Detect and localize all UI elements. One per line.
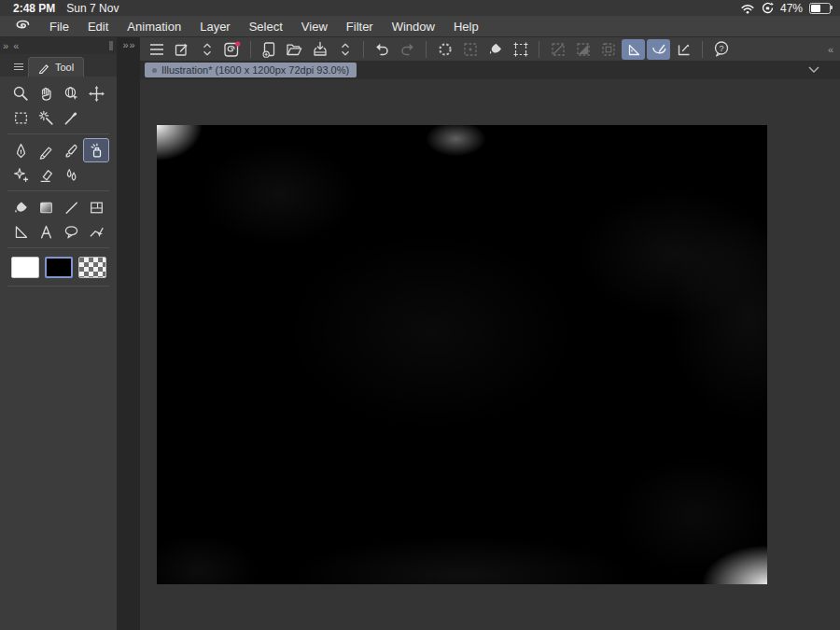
tool-auto-select[interactable] [34,106,58,129]
open-folder-icon [285,40,304,59]
tool-selection[interactable] [8,106,33,129]
help-button[interactable]: ? [709,39,733,60]
date: Sun 7 Nov [66,2,119,15]
status-bar: 2:48 PM Sun 7 Nov 47% [0,0,840,16]
tool-decoration[interactable] [8,163,33,186]
panel-grip[interactable] [109,41,113,50]
tool-airbrush[interactable] [84,139,108,161]
clip-studio-app-button[interactable] [220,39,244,60]
brush-icon [63,142,80,160]
canvas-frame-button[interactable] [509,39,532,60]
tool-figure[interactable] [59,196,83,218]
selection-mask-icon [574,40,593,59]
expand-panel-icon[interactable]: » [0,40,10,51]
menu-file[interactable]: File [40,20,78,34]
tool-zoom[interactable] [8,82,33,105]
tool-correct-line[interactable] [84,220,108,243]
menu-select[interactable]: Select [240,20,292,34]
pen-icon [12,142,30,160]
main-color-swatch[interactable] [11,257,39,278]
expand-dock-icon-2[interactable]: » [130,39,134,50]
selection-mask-button[interactable] [571,39,595,60]
palette-menu-icon[interactable] [13,63,24,71]
tool-fill[interactable] [8,196,33,218]
palette-divider [7,286,109,287]
select-from-layer-button[interactable] [546,39,569,60]
processing-button[interactable] [433,39,456,60]
undo-icon [372,40,392,58]
collapse-toolbar-icon[interactable]: « [828,44,836,55]
select-from-layer-icon [549,40,567,59]
tool-ruler[interactable] [8,220,33,243]
tool-pencil[interactable] [34,139,58,161]
tool-gradient[interactable] [34,196,58,218]
tool-move-canvas[interactable] [34,82,58,105]
save-icon [311,40,329,59]
collapse-group-button[interactable] [195,39,218,60]
tool-brush[interactable] [59,139,83,161]
quick-access-icon [173,40,191,59]
color-swatches [0,251,117,283]
tool-palette-body [0,77,117,287]
toolbar-divider [702,41,703,58]
fill-bucket-icon [486,40,505,59]
decoration-icon [12,166,30,184]
tool-move-layer[interactable] [84,82,108,105]
snap-to-ruler-button[interactable] [622,39,645,60]
menu-filter[interactable]: Filter [337,20,383,34]
tool-palette-tab[interactable]: Tool [28,57,84,77]
zoom-icon [12,85,30,103]
frame-border-icon [599,40,618,59]
palette-divider [7,190,109,191]
workspace: ? « Illustration* (1600 x 1200px 72dpi 9… [140,37,840,630]
transparent-color-swatch[interactable] [78,257,106,278]
menu-edit[interactable]: Edit [78,20,118,34]
quick-access-button[interactable] [170,39,193,60]
clock: 2:48 PM [13,2,55,15]
sub-color-swatch[interactable] [45,257,73,278]
expand-dock-icon[interactable]: » [122,39,127,50]
blend-icon [63,166,80,184]
svg-text:?: ? [719,44,723,53]
snap-to-grid-button[interactable] [672,39,695,60]
tool-rotate-canvas[interactable] [59,82,83,105]
toolbar-divider [250,41,251,58]
pencil-tool-icon [37,142,55,160]
frame-border-button[interactable] [596,39,620,60]
fill-bucket-icon [12,199,30,217]
fill-button[interactable] [483,39,507,60]
tab-list-chevron-icon[interactable] [808,66,819,73]
menu-layer[interactable]: Layer [190,20,240,34]
tool-balloon[interactable] [59,220,83,243]
open-file-button[interactable] [283,39,306,60]
main-menu-button[interactable] [145,39,168,60]
palette-strip-header: » « [0,37,117,54]
clip-studio-logo-icon[interactable] [15,20,31,34]
tool-eyedropper[interactable] [59,106,83,129]
deselect-button[interactable] [458,39,482,60]
rotate-icon [63,85,80,103]
document-tab[interactable]: Illustration* (1600 x 1200px 72dpi 93.0%… [145,63,357,77]
canvas-document[interactable] [157,125,767,584]
tool-blend[interactable] [59,163,83,186]
menu-window[interactable]: Window [383,20,444,34]
snap-to-special-ruler-button[interactable] [647,39,670,60]
undo-button[interactable] [371,39,394,60]
menu-animation[interactable]: Animation [118,20,190,34]
modified-dot-icon [152,68,157,73]
frame-panels-icon [88,199,105,217]
new-canvas-button[interactable] [258,39,281,60]
eraser-icon [37,166,55,184]
save-button[interactable] [308,39,331,60]
menu-help[interactable]: Help [444,20,488,34]
menu-view[interactable]: View [292,20,337,34]
redo-button[interactable] [396,39,419,60]
tool-text[interactable] [34,220,58,243]
balloon-icon [63,223,80,241]
collapse-file-group-button[interactable] [333,39,357,60]
collapse-panel-icon[interactable]: « [10,40,21,51]
tool-pen[interactable] [8,139,33,161]
tool-eraser[interactable] [34,163,58,186]
hamburger-icon [148,43,165,56]
tool-frame-border[interactable] [84,196,108,218]
